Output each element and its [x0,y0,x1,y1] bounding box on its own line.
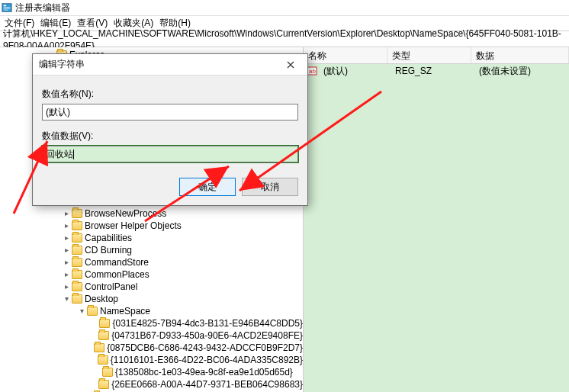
tree-label: ControlPanel [85,281,137,293]
list-header: 名称 类型 数据 [304,47,569,64]
tree-label: CommandStore [85,256,149,268]
tree-label: Capabilities [85,232,132,244]
cell-name: (默认) [319,65,391,78]
svg-rect-2 [4,7,11,8]
tree-item[interactable]: ▾NameSpace [0,305,303,317]
svg-rect-3 [4,8,11,9]
folder-icon [72,270,82,279]
tree-label: {26EE0668-A00A-44D7-9371-BEB064C98683} [111,378,303,390]
window-titlebar: 注册表编辑器 [0,0,569,15]
tree-item[interactable]: ▸CD Burning [0,244,303,256]
folder-icon [94,343,104,352]
tree-label: CommonPlaces [85,268,149,281]
folder-icon [98,380,109,389]
col-type[interactable]: 类型 [387,47,471,63]
tree-label: Browser Helper Objects [85,220,182,232]
folder-icon [72,246,82,255]
dialog-close-button[interactable] [275,56,306,74]
tree-label: {0875DCB6-C686-4243-9432-ADCCF0B9F2D7} [107,342,303,354]
tree-item[interactable]: ▸Browser Helper Objects [0,220,303,232]
edit-string-dialog: 编辑字符串 数值名称(N): 数值数据(V): 回收站 确定 取消 [32,53,308,206]
folder-icon [72,233,82,243]
window-title: 注册表编辑器 [15,2,70,14]
tree-label: {031E4825-7B94-4dc3-B131-E946B44C8DD5} [112,317,303,329]
tree-item[interactable]: {11016101-E366-4D22-BC06-4ADA335C892B} [0,354,303,366]
ok-button[interactable]: 确定 [179,178,236,196]
folder-icon [72,209,82,218]
cell-type: REG_SZ [391,66,474,76]
tree-item[interactable]: ▸Capabilities [0,232,303,244]
tree-item[interactable]: {031E4825-7B94-4dc3-B131-E946B44C8DD5} [0,317,303,329]
cancel-button[interactable]: 取消 [242,178,298,196]
tree-item[interactable]: ▸BrowseNewProcess [0,207,303,220]
tree-label: {138508bc-1e03-49ea-9c8f-ea9e1d05d65d} [115,366,293,378]
tree-item[interactable]: ▾Desktop [0,293,303,305]
folder-icon [72,294,82,304]
dialog-title: 编辑字符串 [39,58,85,71]
value-name-label: 数值名称(N): [42,88,298,101]
regedit-icon [2,2,12,13]
folder-icon [99,319,110,328]
svg-rect-1 [4,5,7,7]
tree-label: {11016101-E366-4D22-BC06-4ADA335C892B} [111,354,303,366]
tree-label: NameSpace [100,305,150,317]
col-data[interactable]: 数据 [471,47,569,63]
tree-label: {04731B67-D933-450a-90E6-4ACD2E9408FE} [111,329,303,342]
tree-label: Desktop [85,293,118,305]
svg-rect-4 [4,10,8,11]
value-data-text: 回收站 [46,149,73,159]
tree-item[interactable]: ▸ControlPanel [0,281,303,293]
folder-icon [72,282,82,291]
tree-item[interactable]: ▸CommandStore [0,256,303,268]
folder-icon [87,307,98,316]
svg-text:ab: ab [309,68,316,75]
close-icon [287,61,294,69]
cell-data: (数值未设置) [474,65,569,78]
folder-icon [98,355,108,365]
tree-item[interactable]: {0875DCB6-C686-4243-9432-ADCCF0B9F2D7} [0,342,303,354]
list-row[interactable]: ab (默认) REG_SZ (数值未设置) [304,64,569,78]
folder-icon [98,331,109,340]
tree-label: CD Burning [85,244,132,256]
tree-item[interactable]: {26EE0668-A00A-44D7-9371-BEB064C98683} [0,378,303,390]
list-pane[interactable]: 名称 类型 数据 ab (默认) REG_SZ (数值未设置) [304,47,569,392]
value-name-input[interactable] [42,104,298,120]
text-caret [73,149,74,159]
folder-icon [72,221,82,230]
address-bar[interactable]: 计算机\HKEY_LOCAL_MACHINE\SOFTWARE\Microsof… [0,31,569,47]
value-data-input[interactable]: 回收站 [42,146,298,162]
folder-icon [72,258,82,267]
string-value-icon: ab [307,66,317,76]
tree-label: BrowseNewProcess [85,207,166,220]
tree-item[interactable]: ▸CommonPlaces [0,268,303,281]
value-data-label: 数值数据(V): [42,130,298,143]
col-name[interactable]: 名称 [304,47,387,63]
folder-icon [102,368,113,377]
tree-item[interactable]: {138508bc-1e03-49ea-9c8f-ea9e1d05d65d} [0,366,303,378]
tree-item[interactable]: {04731B67-D933-450a-90E6-4ACD2E9408FE} [0,329,303,342]
